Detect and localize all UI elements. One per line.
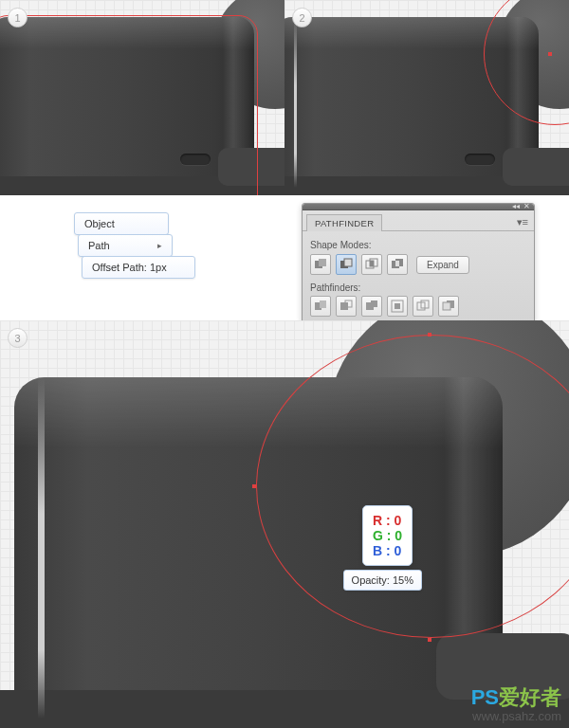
- menu-object[interactable]: Object: [74, 212, 169, 235]
- brand-ps: PS: [471, 685, 499, 709]
- brand-text: 爱好者: [499, 685, 561, 709]
- menu-offset-path[interactable]: Offset Path: 1px: [82, 256, 195, 279]
- step-1-canvas: 1: [0, 0, 284, 195]
- divide-button[interactable]: [310, 296, 331, 317]
- step-2-canvas: 2: [284, 0, 569, 195]
- watermark-url: www.psahz.com: [471, 709, 561, 723]
- rgb-r-value: R : 0: [373, 513, 402, 528]
- menu-label: Offset Path: 1px: [92, 262, 167, 273]
- device-arm: [503, 148, 569, 186]
- anchor-point: [548, 52, 552, 56]
- minus-front-button[interactable]: [336, 254, 357, 275]
- pathfinders-label: Pathfinders:: [310, 282, 526, 293]
- exclude-button[interactable]: [387, 254, 408, 275]
- step-badge: 1: [8, 8, 28, 27]
- panel-menu-icon[interactable]: ▾≡: [517, 216, 528, 228]
- highlight-edge: [284, 17, 539, 195]
- rgb-b-value: B : 0: [373, 543, 402, 558]
- svg-rect-21: [443, 302, 450, 310]
- menu-label: Object: [84, 218, 115, 229]
- svg-rect-1: [319, 259, 326, 266]
- svg-rect-12: [340, 302, 348, 310]
- button-indent: [180, 154, 211, 165]
- watermark-brand: PS爱好者: [471, 683, 561, 712]
- light-edge: [38, 377, 45, 719]
- unite-button[interactable]: [310, 254, 331, 275]
- svg-rect-6: [370, 261, 374, 266]
- device-arm: [218, 148, 284, 186]
- device-body: [284, 17, 539, 195]
- svg-rect-3: [344, 259, 352, 266]
- pathfinders-row: [310, 296, 526, 317]
- step-badge: 3: [8, 328, 28, 348]
- step-3-canvas: 3 R : 0 G : 0 B : 0 Opacity: 15%: [0, 320, 569, 728]
- button-indent: [465, 154, 495, 165]
- step-badge: 2: [292, 8, 312, 27]
- menu-label: Path: [88, 240, 110, 251]
- anchor-point: [252, 484, 256, 488]
- svg-rect-17: [395, 303, 400, 309]
- highlight-edge: [14, 377, 503, 728]
- svg-rect-11: [320, 300, 326, 308]
- shape-modes-label: Shape Modes:: [310, 240, 526, 250]
- minus-back-button[interactable]: [438, 296, 459, 317]
- intersect-button[interactable]: [361, 254, 382, 275]
- watermark: PS爱好者 www.psahz.com: [471, 683, 561, 723]
- outline-button[interactable]: [413, 296, 433, 317]
- shape-modes-row: Expand: [310, 254, 526, 275]
- light-edge: [294, 17, 297, 188]
- menu-cascade: Object Path▸ Offset Path: 1px: [74, 212, 195, 278]
- highlight-edge: [0, 17, 254, 195]
- trim-button[interactable]: [336, 296, 357, 317]
- pathfinder-tab[interactable]: PATHFINDER: [306, 214, 382, 231]
- svg-rect-9: [395, 261, 399, 266]
- expand-button[interactable]: Expand: [416, 256, 469, 274]
- rgb-swatch: R : 0 G : 0 B : 0: [362, 505, 413, 566]
- anchor-point: [428, 333, 431, 337]
- crop-button[interactable]: [387, 296, 408, 317]
- panel-body: Shape Modes: Expand Pathfinders:: [303, 230, 534, 322]
- close-icon[interactable]: ✕: [523, 203, 530, 210]
- collapse-icon[interactable]: ◂◂: [512, 203, 520, 210]
- panel-topbar: ◂◂ ✕: [303, 204, 534, 210]
- submenu-arrow-icon: ▸: [157, 241, 162, 250]
- device-body: [0, 17, 254, 195]
- menu-path[interactable]: Path▸: [78, 234, 173, 257]
- device-body: [14, 377, 503, 728]
- anchor-point: [428, 638, 431, 642]
- svg-rect-15: [371, 300, 377, 307]
- pathfinder-panel: ◂◂ ✕ PATHFINDER ▾≡ Shape Modes: Expand P…: [302, 203, 535, 323]
- opacity-label: Opacity: 15%: [343, 570, 422, 591]
- controls-strip: Object Path▸ Offset Path: 1px ◂◂ ✕ PATHF…: [0, 195, 569, 320]
- rgb-g-value: G : 0: [373, 528, 402, 543]
- merge-button[interactable]: [361, 296, 382, 317]
